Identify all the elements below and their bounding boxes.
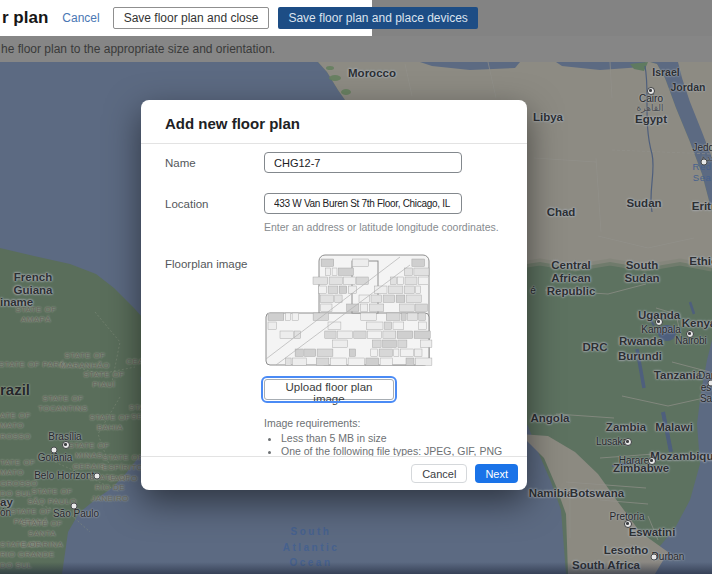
capital-marker-icon [686, 330, 694, 338]
capital-marker-icon [624, 438, 632, 446]
image-requirements-title: Image requirements: [264, 417, 502, 429]
instruction-text: he floor plan to the appropriate size an… [1, 42, 275, 56]
city-marker-icon [51, 447, 58, 454]
image-requirements-list: Less than 5 MB in sizeOne of the followi… [264, 432, 502, 457]
toolbar-content: r plan Cancel Save floor plan and close … [0, 0, 372, 36]
dialog-footer: Cancel Next [141, 456, 527, 490]
dialog-title: Add new floor plan [141, 100, 527, 144]
requirement-item: Less than 5 MB in size [281, 432, 502, 444]
page-title: r plan [2, 8, 48, 28]
dialog-next-button[interactable]: Next [475, 464, 518, 483]
name-label: Name [165, 152, 264, 173]
city-marker-icon [701, 159, 708, 166]
instruction-bar: he floor plan to the appropriate size an… [0, 36, 712, 62]
top-toolbar: r plan Cancel Save floor plan and close … [0, 0, 712, 36]
add-floor-plan-dialog: Add new floor plan Name Location Enter a… [141, 100, 527, 490]
floorplan-thumbnail [264, 253, 433, 367]
capital-marker-icon [648, 457, 656, 465]
capital-marker-icon [624, 520, 632, 528]
floorplan-preview-image [264, 253, 433, 367]
capital-marker-icon [647, 87, 655, 95]
save-close-button[interactable]: Save floor plan and close [113, 7, 270, 29]
save-place-devices-button[interactable]: Save floor plan and place devices [278, 7, 477, 29]
upload-floor-plan-button[interactable]: Upload floor plan image [264, 379, 394, 400]
city-marker-icon [651, 554, 658, 561]
floorplan-image-label: Floorplan image [165, 253, 264, 458]
name-input[interactable] [264, 152, 462, 173]
city-marker-icon [71, 503, 78, 510]
image-requirements: Image requirements: Less than 5 MB in si… [264, 417, 502, 457]
screen: MoroccoLibyaEgyptIsraelJordanCairoالقاهر… [0, 0, 712, 574]
dialog-cancel-button[interactable]: Cancel [411, 464, 467, 483]
location-helper-text: Enter an address or latitude longitude c… [264, 221, 499, 233]
capital-marker-icon [62, 441, 70, 449]
cancel-link[interactable]: Cancel [62, 11, 99, 25]
location-input[interactable] [264, 193, 462, 214]
capital-marker-icon [655, 318, 663, 326]
location-label: Location [165, 193, 264, 233]
city-marker-icon [94, 473, 101, 480]
city-marker-icon [708, 380, 712, 387]
